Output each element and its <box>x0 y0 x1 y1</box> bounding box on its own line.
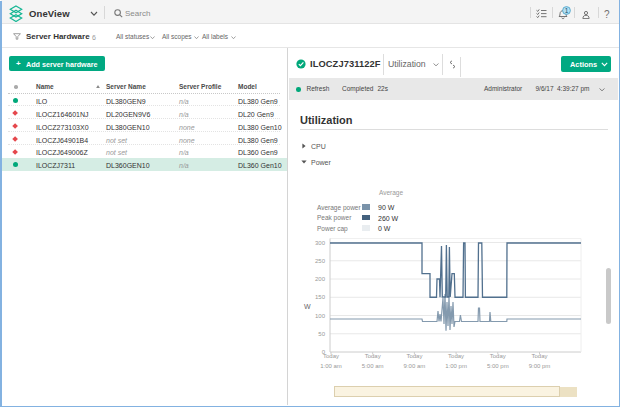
svg-text:250: 250 <box>315 258 326 264</box>
svg-text:150: 150 <box>315 294 326 300</box>
svg-text:200: 200 <box>315 276 326 282</box>
svg-text:1:00 am: 1:00 am <box>320 363 342 369</box>
svg-text:Today: Today <box>531 353 547 359</box>
svg-text:9:00 am: 9:00 am <box>404 363 426 369</box>
svg-text:50: 50 <box>318 331 325 337</box>
svg-text:5:00 pm: 5:00 pm <box>487 363 509 369</box>
svg-text:Today: Today <box>448 353 464 359</box>
svg-text:100: 100 <box>315 313 326 319</box>
svg-text:5:00 am: 5:00 am <box>362 363 384 369</box>
svg-text:Today: Today <box>323 353 339 359</box>
svg-text:W: W <box>304 303 311 310</box>
svg-text:300: 300 <box>315 240 326 246</box>
svg-text:Today: Today <box>490 353 506 359</box>
svg-text:Today: Today <box>406 353 422 359</box>
svg-text:1:00 pm: 1:00 pm <box>445 363 467 369</box>
svg-text:9:00 pm: 9:00 pm <box>529 363 551 369</box>
svg-text:Today: Today <box>365 353 381 359</box>
svg-text:1: 1 <box>565 7 569 14</box>
